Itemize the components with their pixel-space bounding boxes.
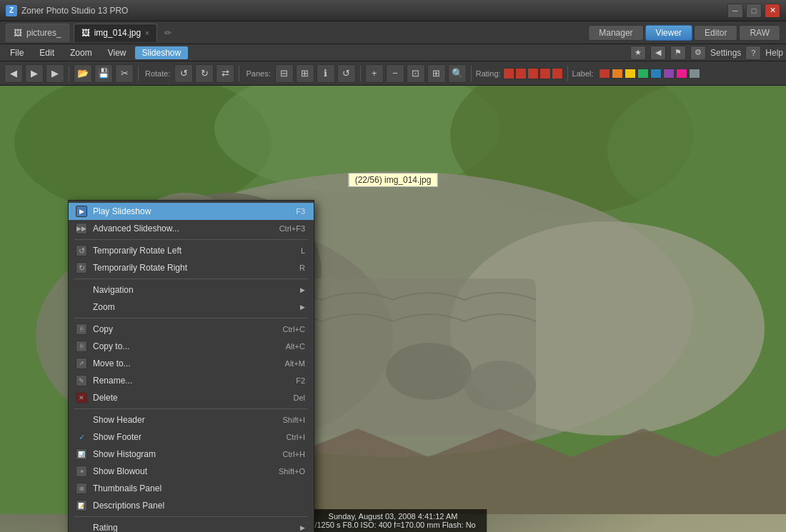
tab-pictures[interactable]: 🖼 pictures_ — [6, 24, 69, 42]
ctx-show-blowout-shortcut: Shift+O — [279, 467, 305, 476]
menu-icon-flag[interactable]: ⚑ — [670, 46, 686, 60]
rotate-left-button[interactable]: ↺ — [174, 64, 193, 83]
rotate-flip-button[interactable]: ⇄ — [216, 64, 234, 83]
ctx-show-header[interactable]: ✓ Show Header Shift+I — [69, 411, 314, 428]
panes-refresh-button[interactable]: ↺ — [337, 64, 356, 83]
save-button[interactable]: 💾 — [94, 64, 113, 83]
ctx-move-to-icon: ↗ — [74, 358, 89, 369]
ctx-move-to-shortcut: Alt+M — [285, 359, 305, 368]
toolbar-sep-5 — [471, 66, 472, 81]
ctx-move-to[interactable]: ↗ Move to... Alt+M — [69, 355, 314, 372]
menu-edit[interactable]: Edit — [32, 46, 61, 59]
title-bar-controls: ─ □ ✕ — [727, 4, 780, 18]
ctx-rating-arrow: ▶ — [300, 524, 305, 531]
rating-star-2[interactable] — [515, 68, 527, 79]
app-icon: Z — [6, 5, 17, 16]
ctx-rename-icon: ✎ — [74, 375, 89, 386]
maximize-button[interactable]: □ — [746, 4, 762, 18]
ctx-copy-to-shortcut: Alt+C — [286, 342, 305, 351]
ctx-navigation[interactable]: Navigation ▶ — [69, 281, 314, 298]
rotate-right-button[interactable]: ↻ — [195, 64, 214, 83]
label-color-red[interactable] — [599, 69, 610, 79]
ctx-move-to-label: Move to... — [93, 358, 279, 368]
ctx-rename[interactable]: ✎ Rename... F2 — [69, 372, 314, 389]
ctx-zoom[interactable]: Zoom ▶ — [69, 298, 314, 316]
label-color-gray[interactable] — [689, 69, 700, 79]
ctx-descriptions-panel[interactable]: 📝 Descriptions Panel — [69, 497, 314, 514]
panes-label: Panes: — [246, 69, 270, 78]
menu-icon-arr[interactable]: ◀ — [650, 46, 666, 60]
ctx-temp-rotate-left[interactable]: ↺ Temporarily Rotate Left L — [69, 242, 314, 259]
minimize-button[interactable]: ─ — [727, 4, 743, 18]
menu-file[interactable]: File — [3, 46, 31, 59]
status-line2: 1/1250 s F8.0 ISO: 400 f=170.00 mm Flash… — [310, 521, 475, 529]
ctx-show-blowout[interactable]: ☀ Show Blowout Shift+O — [69, 463, 314, 480]
label-color-purple[interactable] — [663, 69, 675, 79]
label-color-pink[interactable] — [676, 69, 687, 79]
zoom-in-button[interactable]: + — [365, 64, 384, 83]
context-menu: ▶ Play Slideshow F3 ▶▶ Advanced Slidesho… — [68, 200, 314, 532]
label-color-yellow[interactable] — [625, 69, 636, 79]
ctx-advanced-slideshow[interactable]: ▶▶ Advanced Slideshow... Ctrl+F3 — [69, 220, 314, 237]
label-color-orange[interactable] — [612, 69, 623, 79]
toolbar: ◀ ▶ ▶ 📂 💾 ✂ Rotate: ↺ ↻ ⇄ Panes: ⊟ ⊞ ℹ ↺… — [0, 61, 786, 86]
zoom-out-button[interactable]: − — [386, 64, 404, 83]
mode-raw[interactable]: RAW — [739, 25, 780, 41]
ctx-temp-rotate-right[interactable]: ↻ Temporarily Rotate Right R — [69, 259, 314, 276]
toolbar-sep-3 — [239, 66, 239, 81]
tab-img014[interactable]: 🖼 img_014.jpg × — [74, 24, 157, 42]
toolbar-sep-1 — [69, 66, 69, 81]
tab-img014-close[interactable]: × — [145, 29, 149, 37]
ctx-navigation-arrow: ▶ — [300, 286, 305, 293]
ctx-temp-rotate-left-label: Temporarily Rotate Left — [93, 246, 295, 256]
ctx-show-histogram[interactable]: 📊 Show Histogram Ctrl+H — [69, 446, 314, 463]
ctx-delete[interactable]: ✕ Delete Del — [69, 389, 314, 406]
panes-info-button[interactable]: ℹ — [317, 64, 335, 83]
ctx-play-slideshow[interactable]: ▶ Play Slideshow F3 — [69, 203, 314, 220]
zoom-fit-button[interactable]: ⊡ — [407, 64, 425, 83]
menu-view[interactable]: View — [101, 46, 134, 59]
rating-star-5[interactable] — [552, 68, 563, 79]
rating-star-1[interactable] — [503, 68, 514, 79]
ctx-rename-label: Rename... — [93, 376, 290, 386]
ctx-show-footer[interactable]: ✓ Show Footer Ctrl+I — [69, 428, 314, 446]
settings-button[interactable]: ⚙ — [690, 46, 706, 60]
help-icon[interactable]: ? — [745, 46, 761, 60]
tab-pictures-icon: 🖼 — [14, 28, 22, 38]
ctx-rename-shortcut: F2 — [296, 376, 305, 385]
label-color-blue[interactable] — [650, 69, 662, 79]
svg-point-13 — [464, 361, 536, 411]
menu-icon-star[interactable]: ★ — [630, 46, 646, 60]
help-label: Help — [765, 48, 783, 58]
settings-label: Settings — [710, 48, 741, 58]
mode-manager[interactable]: Manager — [588, 25, 643, 41]
nav-back-button[interactable]: ◀ — [4, 64, 23, 83]
ctx-zoom-arrow: ▶ — [300, 303, 305, 311]
mode-viewer[interactable]: Viewer — [645, 25, 692, 41]
nav-forward-button[interactable]: ▶ — [25, 64, 44, 83]
zoom-custom-button[interactable]: 🔍 — [448, 64, 467, 83]
ctx-thumbnails-panel[interactable]: ⊞ Thumbnails Panel — [69, 480, 314, 497]
menu-zoom[interactable]: Zoom — [63, 46, 99, 59]
rating-star-3[interactable] — [527, 68, 539, 79]
label-color-green[interactable] — [637, 69, 649, 79]
cut-button[interactable]: ✂ — [115, 64, 134, 83]
ctx-temp-rotate-right-shortcut: R — [299, 264, 305, 272]
ctx-rating[interactable]: Rating ▶ — [69, 519, 314, 532]
ctx-copy[interactable]: ⎘ Copy Ctrl+C — [69, 321, 314, 338]
ctx-show-histogram-icon: 📊 — [74, 448, 89, 460]
ctx-advanced-slideshow-icon: ▶▶ — [74, 223, 89, 234]
rotate-label: Rotate: — [145, 69, 170, 78]
mode-editor[interactable]: Editor — [694, 25, 737, 41]
panes-single-button[interactable]: ⊟ — [275, 64, 294, 83]
open-button[interactable]: 📂 — [74, 64, 92, 83]
rating-star-4[interactable] — [539, 68, 551, 79]
ctx-delete-icon: ✕ — [74, 392, 89, 403]
ctx-copy-to[interactable]: ⎘ Copy to... Alt+C — [69, 338, 314, 355]
tab-bar: 🖼 pictures_ 🖼 img_014.jpg × ✏ Manager Vi… — [0, 21, 786, 44]
nav-play-button[interactable]: ▶ — [46, 64, 64, 83]
close-button[interactable]: ✕ — [765, 4, 780, 18]
menu-slideshow[interactable]: Slideshow — [135, 46, 189, 59]
panes-dual-button[interactable]: ⊞ — [296, 64, 314, 83]
zoom-actual-button[interactable]: ⊞ — [427, 64, 446, 83]
